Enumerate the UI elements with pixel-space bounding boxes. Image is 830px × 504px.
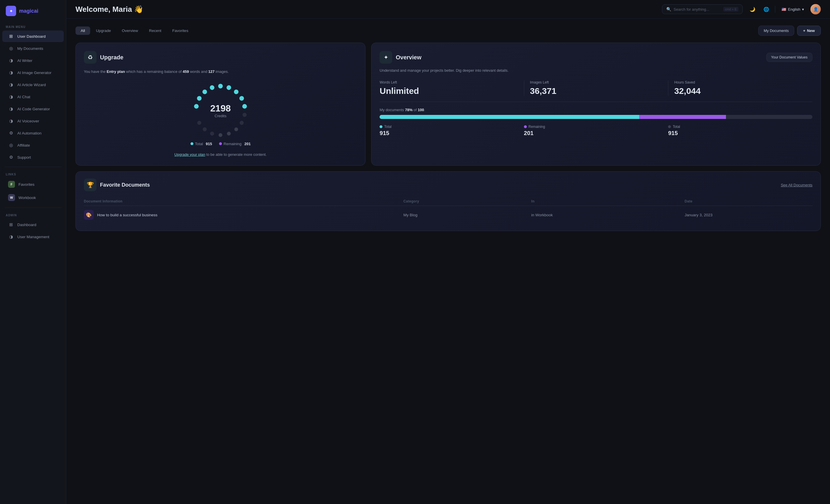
new-button[interactable]: + New xyxy=(797,26,821,36)
favorites-badge: F xyxy=(8,181,15,188)
dark-mode-toggle[interactable]: 🌙 xyxy=(747,4,758,14)
progress-bar-cyan xyxy=(380,115,639,119)
search-bar[interactable]: 🔍 Search for anything... cmd + E xyxy=(662,4,743,14)
legend-total-val: 915 xyxy=(206,142,212,146)
upgrade-plan-link[interactable]: Upgrade your plan xyxy=(174,153,205,157)
fav-docs-icon: 🏆 xyxy=(84,178,97,191)
bar-legend-dot-row-1: Total xyxy=(380,125,524,129)
upgrade-card-header: ♻ Upgrade xyxy=(84,51,357,64)
table-header: Document Information Category In Date xyxy=(84,197,812,206)
words-left-label: Words Left xyxy=(380,80,518,85)
col-in: In xyxy=(531,199,684,203)
table-row[interactable]: 🎨 How to build a successful business My … xyxy=(84,206,812,224)
svg-point-24 xyxy=(238,95,245,101)
overview-card-icon: ✦ xyxy=(380,51,392,64)
sidebar-item-ai-automation[interactable]: ⚙ AI Automation xyxy=(2,127,64,139)
bar-legend-dot-gray xyxy=(668,125,671,128)
sidebar-item-label: Favorites xyxy=(19,182,35,187)
overview-card-title: Overview xyxy=(396,54,421,61)
content-area: All Upgrade Overview Recent Favorites My… xyxy=(66,19,830,504)
sidebar-item-ai-voiceover[interactable]: ◑ AI Voiceover xyxy=(2,115,64,127)
sidebar: ✦ magicai MAIN MENU ⊞ User Dashboard ◎ M… xyxy=(0,0,66,504)
avatar[interactable]: 👤 xyxy=(810,4,821,14)
svg-point-23 xyxy=(233,89,240,95)
chat-icon: ◑ xyxy=(8,94,14,100)
svg-point-22 xyxy=(226,85,232,91)
fav-docs-header-left: 🏆 Favorite Documents xyxy=(84,178,150,191)
tab-recent[interactable]: Recent xyxy=(144,27,167,35)
cards-row: ♻ Upgrade You have the Entry plan which … xyxy=(75,43,821,166)
doc-values-button[interactable]: Your Document Values xyxy=(766,53,812,62)
bar-legend-dot-cyan xyxy=(380,125,382,128)
sidebar-item-ai-chat[interactable]: ◑ AI Chat xyxy=(2,91,64,103)
sidebar-item-favorites[interactable]: F Favorites xyxy=(2,178,64,191)
bar-legend-label-3: Total xyxy=(673,125,680,129)
logo-text: magicai xyxy=(19,8,38,14)
doc-icon: 🎨 xyxy=(84,210,94,220)
svg-point-30 xyxy=(219,133,222,137)
legend-remaining-dot xyxy=(219,142,222,145)
svg-point-26 xyxy=(243,112,247,117)
sidebar-item-ai-writer[interactable]: ◑ AI Writer xyxy=(2,55,64,66)
tab-overview[interactable]: Overview xyxy=(117,27,143,35)
affiliate-icon: ◎ xyxy=(8,142,14,148)
page-title: Welcome, Maria 👋 xyxy=(75,5,658,14)
tabs-actions: My Documents + New xyxy=(758,26,821,36)
doc-date: January 3, 2023 xyxy=(684,213,812,217)
upgrade-link: Upgrade your plan to be able to generate… xyxy=(84,152,357,158)
sidebar-item-ai-article-wizard[interactable]: ◑ AI Article Wizard xyxy=(2,79,64,91)
bar-legend-label-1: Total xyxy=(384,125,391,129)
see-all-documents-link[interactable]: See All Documents xyxy=(781,183,812,187)
globe-icon-btn[interactable]: 🌐 xyxy=(761,4,771,14)
sidebar-item-label: Dashboard xyxy=(17,223,36,227)
sidebar-item-label: AI Automation xyxy=(17,131,41,135)
sidebar-item-my-documents[interactable]: ◎ My Documents xyxy=(2,43,64,54)
writer-icon: ◑ xyxy=(8,58,14,63)
sidebar-item-admin-dashboard[interactable]: ⊞ Dashboard xyxy=(2,219,64,230)
sidebar-item-label: AI Writer xyxy=(17,59,32,63)
article-icon: ◑ xyxy=(8,82,14,88)
circular-progress-wrap: 2198 Credits Total 915 Remaining xyxy=(84,82,357,146)
progress-legend: Total 915 Remaining 201 xyxy=(191,142,251,146)
tab-favorites[interactable]: Favorites xyxy=(167,27,194,35)
circular-progress: 2198 Credits xyxy=(192,82,249,139)
sidebar-item-label: Affiliate xyxy=(17,143,30,147)
images-left-value: 36,371 xyxy=(530,86,663,96)
upgrade-card: ♻ Upgrade You have the Entry plan which … xyxy=(75,43,365,166)
sidebar-item-user-dashboard[interactable]: ⊞ User Dashboard xyxy=(2,31,64,42)
language-selector[interactable]: 🇺🇸 English ▾ xyxy=(779,5,807,13)
sidebar-item-ai-image-generator[interactable]: ◑ AI Image Generator xyxy=(2,67,64,78)
my-documents-button[interactable]: My Documents xyxy=(758,26,794,36)
tab-upgrade[interactable]: Upgrade xyxy=(91,27,116,35)
plus-icon: + xyxy=(803,29,805,33)
sidebar-item-label: User Dashboard xyxy=(17,34,45,39)
tab-all[interactable]: All xyxy=(75,27,90,35)
dashboard-icon: ⊞ xyxy=(8,33,14,39)
search-placeholder: Search for anything... xyxy=(673,7,721,11)
overview-card: ✦ Overview Your Document Values Understa… xyxy=(371,43,821,166)
divider-admin xyxy=(5,208,61,208)
svg-point-20 xyxy=(209,85,215,91)
header-actions: 🌙 🌐 🇺🇸 English ▾ 👤 xyxy=(747,4,821,14)
svg-point-29 xyxy=(227,131,231,136)
svg-point-25 xyxy=(242,104,248,109)
sidebar-item-ai-code-generator[interactable]: ◑ AI Code Generator xyxy=(2,103,64,114)
sidebar-item-user-management[interactable]: ◑ User Management xyxy=(2,231,64,242)
sidebar-item-affiliate[interactable]: ◎ Affiliate xyxy=(2,139,64,151)
automation-icon: ⚙ xyxy=(8,130,14,136)
doc-info: 🎨 How to build a successful business xyxy=(84,210,404,220)
upgrade-desc: You have the Entry plan which has a rema… xyxy=(84,69,357,75)
sidebar-item-workbook[interactable]: W Workbook xyxy=(2,191,64,204)
main-content: Welcome, Maria 👋 🔍 Search for anything..… xyxy=(66,0,830,504)
bar-legend-dot-row-2: Remaining xyxy=(524,125,668,129)
documents-icon: ◎ xyxy=(8,45,14,51)
credits-number: 2198 xyxy=(211,103,231,114)
logo[interactable]: ✦ magicai xyxy=(0,6,66,23)
bar-legend-total: Total 915 xyxy=(380,125,524,136)
words-left-value: Unlimited xyxy=(380,86,518,96)
sidebar-item-support[interactable]: ⚙ Support xyxy=(2,152,64,163)
doc-location: in Workbook xyxy=(531,213,684,217)
search-icon: 🔍 xyxy=(666,7,671,11)
language-flag: 🇺🇸 xyxy=(781,7,786,11)
hours-saved-label: Hours Saved xyxy=(674,80,807,85)
